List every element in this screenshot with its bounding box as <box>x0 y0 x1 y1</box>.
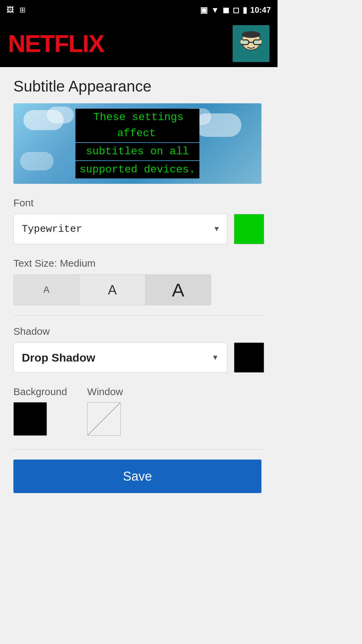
text-size-medium-label: A <box>108 282 117 298</box>
svg-point-2 <box>242 31 260 38</box>
text-size-large-button[interactable]: A <box>145 275 211 305</box>
page-content: Subtitle Appearance These settings affec… <box>0 67 278 503</box>
shadow-row: Drop Shadow ▼ <box>13 342 264 373</box>
font-row: Typewriter ▼ <box>13 214 264 244</box>
shadow-color-swatch[interactable] <box>234 342 264 373</box>
vibrate-icon: ▣ <box>200 5 208 15</box>
window-section: Window <box>87 386 123 436</box>
background-label: Background <box>13 386 67 397</box>
svg-point-9 <box>259 40 262 44</box>
no-sim-icon: ◻ <box>233 5 239 15</box>
font-label: Font <box>13 197 264 209</box>
bottom-divider <box>13 449 264 449</box>
bg-window-row: Background Window <box>13 386 264 436</box>
text-size-label: Text Size: Medium <box>13 258 264 269</box>
svg-point-8 <box>240 40 243 44</box>
netflix-logo: NETFLIX <box>8 30 104 57</box>
save-button[interactable]: Save <box>13 460 261 493</box>
font-selected-value: Typewriter <box>22 223 82 235</box>
background-color-swatch[interactable] <box>13 402 47 436</box>
status-bar: 🖼 ⊞ ▣ ▼ ◼ ◻ ▮ 10:47 <box>0 0 278 20</box>
photo-icon: 🖼 <box>7 6 14 14</box>
text-size-selector: A A A <box>13 274 211 305</box>
shadow-dropdown[interactable]: Drop Shadow ▼ <box>13 342 227 373</box>
font-dropdown-arrow: ▼ <box>215 225 219 233</box>
font-color-swatch[interactable] <box>234 214 264 244</box>
clock: 10:47 <box>250 5 271 15</box>
text-size-large-label: A <box>172 279 184 301</box>
battery-icon: ▮ <box>243 5 247 15</box>
shadow-dropdown-arrow: ▼ <box>212 353 219 362</box>
section-divider <box>13 315 264 316</box>
layers-icon: ⊞ <box>19 6 25 14</box>
window-color-swatch[interactable] <box>87 402 121 436</box>
text-size-medium-button[interactable]: A <box>79 275 145 305</box>
shadow-label: Shadow <box>13 326 264 337</box>
shadow-selected-value: Drop Shadow <box>22 351 95 364</box>
background-section: Background <box>13 386 67 436</box>
window-label: Window <box>87 386 123 397</box>
app-header: NETFLIX <box>0 20 278 67</box>
wifi-icon: ▼ <box>211 5 219 15</box>
status-right-icons: ▣ ▼ ◼ ◻ ▮ 10:47 <box>200 5 271 15</box>
text-size-small-button[interactable]: A <box>14 275 79 305</box>
status-left-icons: 🖼 ⊞ <box>7 6 25 14</box>
text-size-small-label: A <box>43 284 50 295</box>
font-dropdown[interactable]: Typewriter ▼ <box>13 214 227 244</box>
page-title: Subtitle Appearance <box>13 77 264 95</box>
avatar[interactable] <box>233 25 269 62</box>
signal-icon: ◼ <box>223 5 229 15</box>
preview-text: These settings affect subtitles on all s… <box>75 108 199 179</box>
subtitle-preview: These settings affect subtitles on all s… <box>13 103 261 184</box>
